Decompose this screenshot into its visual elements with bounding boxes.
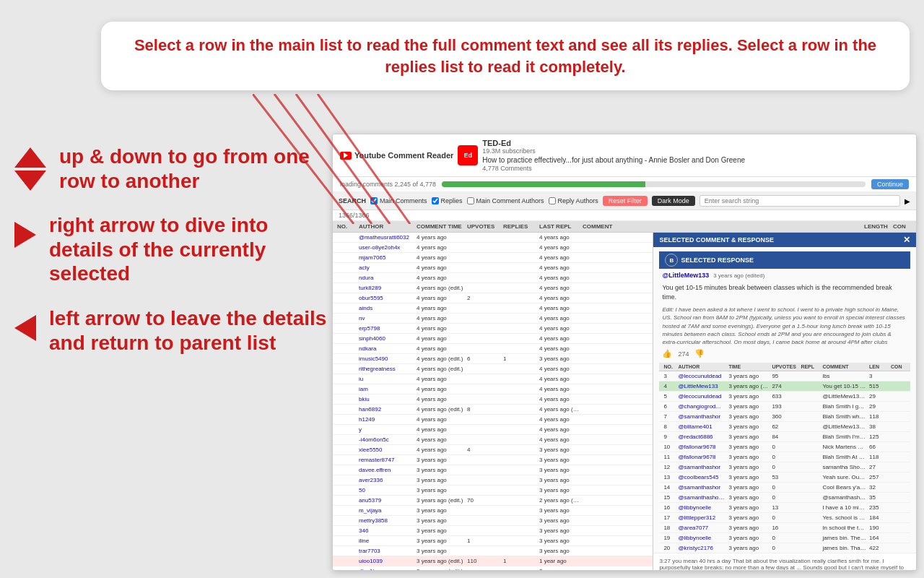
close-selected-button[interactable]: ✕ — [903, 235, 910, 245]
comment-row[interactable]: 50 3 years ago 3 years ago — [333, 486, 653, 496]
th-con: CON — [892, 223, 913, 230]
comment-row[interactable]: turk8289 4 years ago (edit.) 4 years ago — [333, 283, 653, 293]
reply-row[interactable]: 13 @coolbears545 3 years ago 53 Yeah sur… — [659, 473, 910, 483]
up-down-arrows-icon — [14, 147, 46, 191]
comment-row[interactable]: m_vijaya 3 years ago 3 years ago — [333, 506, 653, 516]
reply-row[interactable]: 14 @samanthashor 3 years ago 0 Cool Bear… — [659, 483, 910, 493]
comment-row[interactable]: imusic5490 4 years ago (edit.) 6 1 3 yea… — [333, 354, 653, 364]
comment-row[interactable]: acty 4 years ago 4 years ago — [333, 263, 653, 273]
comment-row[interactable]: remaster8747 3 years ago 3 years ago — [333, 455, 653, 465]
reply-row[interactable]: 9 @redact6886 3 years ago 84 Blah Smith … — [659, 432, 910, 442]
response-time: 3 years ago (edited) — [713, 272, 764, 279]
tip-left-arrow: left arrow to leave the details and retu… — [14, 306, 332, 355]
reply-row[interactable]: 4 @LittleMew133 3 years ago (edit. 274 Y… — [659, 381, 910, 392]
comment-row[interactable]: iline 3 years ago 1 3 years ago — [333, 536, 653, 546]
loading-bar-container — [442, 181, 866, 187]
comment-row[interactable]: rithegreatness 4 years ago (edit.) 4 yea… — [333, 364, 653, 374]
comment-row[interactable]: user-o8ye2oh4x 4 years ago 4 years ago — [333, 243, 653, 253]
reply-row[interactable]: 3 @lecocunutdead 3 years ago 95 lbs 3 — [659, 371, 910, 381]
response-author: @LittleMew133 — [662, 272, 709, 279]
comment-row[interactable]: sinph4060 4 years ago 4 years ago — [333, 334, 653, 344]
reply-row[interactable]: 19 @libbynoelle 3 years ago 0 james bin.… — [659, 533, 910, 543]
like-count: 274 — [678, 350, 689, 358]
video-title: How to practice effectively...for just a… — [482, 156, 909, 164]
comment-row[interactable]: nv 4 years ago 4 years ago — [333, 314, 653, 324]
youtube-icon — [340, 152, 352, 160]
selected-response-header: B SELECTED RESPONSE — [659, 251, 910, 269]
tooltip-text: Select a row in the main list to read th… — [121, 35, 889, 77]
loading-text: loading comments 2,245 of 4,778 — [340, 181, 436, 188]
comment-row[interactable]: aver2336 3 years ago 3 years ago — [333, 475, 653, 486]
comment-list-panel[interactable]: @matheusratti6032 4 years ago 4 years ag… — [333, 233, 653, 571]
tip-left-text: left arrow to leave the details and retu… — [49, 306, 332, 355]
comment-row[interactable]: ndura 4 years ago 4 years ago — [333, 273, 653, 283]
reply-authors-checkbox[interactable] — [549, 197, 556, 204]
rth-upvotes: UPVOTES — [770, 363, 799, 370]
search-input[interactable] — [699, 195, 900, 207]
channel-avatar: Ed — [458, 145, 478, 165]
th-replies: REPLIES — [502, 223, 538, 230]
left-arrow-icon — [14, 309, 36, 341]
comment-row[interactable]: uioo1039 3 years ago (edit.) 110 1 1 yea… — [333, 556, 653, 566]
search-bar: SEARCH Main Comments Replies Main Commen… — [333, 192, 916, 210]
comment-row[interactable]: bkiu 4 years ago 4 years ago — [333, 394, 653, 405]
app-title: Youtube Comment Reader — [340, 151, 453, 160]
th-length: LENGTH — [863, 223, 892, 230]
comment-row[interactable]: y 4 years ago 4 years ago — [333, 425, 653, 435]
dark-mode-button[interactable]: Dark Mode — [652, 196, 695, 206]
reply-row[interactable]: 11 @fallonar9678 3 years ago 0 Blah Smit… — [659, 452, 910, 462]
reply-row[interactable]: 10 @fallonar9678 3 years ago 0 Nick Mart… — [659, 442, 910, 452]
thumbs-up-button[interactable]: 👍 — [662, 349, 672, 358]
comment-row[interactable]: erp5798 4 years ago 4 years ago — [333, 324, 653, 334]
reply-row[interactable]: 12 @samanthashor 3 years ago 0 samantha … — [659, 462, 910, 473]
comment-row[interactable]: iam 4 years ago 4 years ago — [333, 384, 653, 394]
comment-row[interactable]: trar7703 3 years ago 3 years ago — [333, 546, 653, 556]
reply-row[interactable]: 15 @samanthashor6135 3 years ago 0 @sama… — [659, 493, 910, 503]
reply-row[interactable]: 6 @changiogrod... 3 years ago 193 Blah S… — [659, 402, 910, 412]
comment-row[interactable]: han6892 4 years ago (edit.) 8 4 years ag… — [333, 405, 653, 415]
thumbs-down-button[interactable]: 👎 — [694, 349, 705, 358]
channel-subs: 19.3M subscribers — [482, 147, 909, 155]
comment-row[interactable]: mjam7065 4 years ago 4 years ago — [333, 253, 653, 263]
th-time: COMMENT TIME — [415, 223, 466, 230]
replies-checkbox[interactable] — [432, 197, 439, 204]
tip-right-arrow: right arrow to dive into details of the … — [14, 213, 332, 286]
th-comment: COMMENT — [581, 223, 863, 230]
main-authors-checkbox[interactable] — [467, 197, 474, 204]
reply-row[interactable]: 17 @littlepper312 3 years ago 0 Yes. sch… — [659, 513, 910, 523]
reply-row[interactable]: 16 @libbynoelle 3 years ago 13 I have a … — [659, 503, 910, 513]
comment-row[interactable]: 346 3 years ago 3 years ago — [333, 526, 653, 536]
reply-row[interactable]: 8 @blitame401 3 years ago 62 @LittleMew1… — [659, 422, 910, 432]
reply-row[interactable]: 5 @lecocunutdead 3 years ago 633 @Little… — [659, 392, 910, 402]
comment-row[interactable]: @matheusratti6032 4 years ago 4 years ag… — [333, 233, 653, 243]
comment-row[interactable]: anu5379 3 years ago (edit.) 70 2 years a… — [333, 496, 653, 506]
comment-row[interactable]: iu 4 years ago 4 years ago — [333, 374, 653, 384]
comment-row[interactable]: h1249 4 years ago 4 years ago — [333, 415, 653, 425]
search-label: SEARCH — [339, 197, 366, 204]
response-body: @LittleMew133 3 years ago (edited) You g… — [659, 269, 910, 358]
main-comments-checkbox[interactable] — [370, 197, 378, 204]
comment-row[interactable]: dtwr1t 3 years ago (edit.) 3 years ago — [333, 566, 653, 571]
comment-row[interactable]: ndkara 4 years ago 4 years ago — [333, 344, 653, 354]
comment-row[interactable]: mettry3858 3 years ago 3 years ago — [333, 516, 653, 526]
reply-row[interactable]: 20 @kristyc2176 3 years ago 0 james bin.… — [659, 543, 910, 553]
comment-row[interactable]: ainds 4 years ago 4 years ago — [333, 303, 653, 314]
comment-row[interactable]: davee.effren 3 years ago 3 years ago — [333, 465, 653, 475]
selected-content: B SELECTED RESPONSE @LittleMew133 3 year… — [653, 247, 916, 553]
reply-row[interactable]: 7 @samanthashor 3 years ago 360 Blah Smi… — [659, 412, 910, 422]
reply-row[interactable]: 18 @area7077 3 years ago 16 In school th… — [659, 523, 910, 533]
th-author: AUTHOR — [357, 223, 415, 230]
continue-button[interactable]: Continue — [871, 179, 909, 189]
like-row: 👍 274 👎 — [662, 349, 907, 358]
selected-header: SELECTED COMMENT & RESPONSE ✕ — [653, 233, 916, 247]
comment-row[interactable]: obur5595 4 years ago 2 4 years ago — [333, 293, 653, 303]
replies-table-header: NO. AUTHOR TIME UPVOTES REPL COMMENT LEN… — [659, 363, 910, 371]
replies-checkbox-group: Replies — [432, 197, 463, 204]
comment-row[interactable]: -i4om6on5c 4 years ago 4 years ago — [333, 435, 653, 445]
table-header: NO. AUTHOR COMMENT TIME UPVOTES REPLIES … — [333, 221, 916, 233]
content-area: @matheusratti6032 4 years ago 4 years ag… — [333, 233, 916, 571]
tip-up-down-text: up & down to go from one row to another — [59, 144, 332, 193]
comment-row[interactable]: xlee5550 4 years ago 4 3 years ago — [333, 445, 653, 455]
replies-list-panel[interactable]: 3 @lecocunutdead 3 years ago 95 lbs 3 4 … — [659, 371, 910, 553]
reset-filter-button[interactable]: Reset Filter — [603, 196, 648, 206]
